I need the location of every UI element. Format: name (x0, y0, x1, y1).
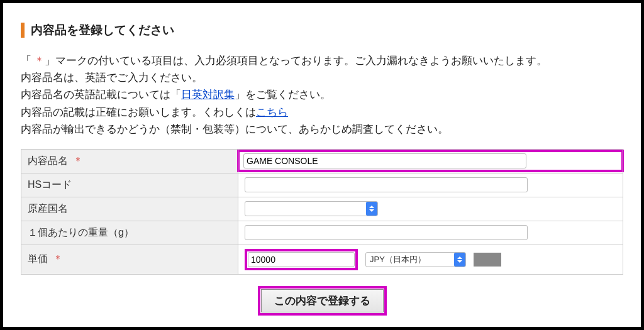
content-area: 内容品を登録してください 「＊」マークの付いている項目は、入力必須項目となってお… (3, 3, 641, 328)
page-title: 内容品を登録してください (31, 22, 174, 38)
currency-selected-value: JPY（日本円） (370, 254, 426, 265)
chevron-updown-icon (366, 202, 377, 216)
required-mark: ＊ (73, 155, 83, 166)
label-weight: １個あたりの重量（g） (21, 221, 238, 245)
details-link[interactable]: こちら (256, 106, 288, 118)
hs-code-input[interactable] (245, 177, 528, 192)
intro-line-4: 内容品の記載は正確にお願いします。くわしくはこちら (21, 104, 623, 121)
label-price: 単価 ＊ (21, 245, 238, 274)
intro-line-1: 「＊」マークの付いている項目は、入力必須項目となっております。ご入力漏れなきよう… (21, 52, 623, 69)
intro-line-5: 内容品が輸出できるかどうか（禁制・包装等）について、あらかじめ調査してください。 (21, 121, 623, 138)
highlight-price (245, 249, 358, 270)
price-input[interactable] (248, 252, 355, 267)
page-title-row: 内容品を登録してください (21, 22, 623, 38)
row-item-name: 内容品名 ＊ (21, 149, 623, 173)
intro-line-2: 内容品名は、英語でご入力ください。 (21, 69, 623, 86)
required-star-sample: ＊ (34, 55, 45, 67)
gray-box-icon (474, 253, 501, 267)
title-accent-bar (21, 23, 25, 38)
origin-select[interactable] (245, 201, 378, 216)
weight-input[interactable] (245, 225, 528, 240)
label-origin: 原産国名 (21, 197, 238, 221)
label-item-name: 内容品名 ＊ (21, 149, 238, 173)
highlight-submit: この内容で登録する (258, 286, 387, 316)
row-origin: 原産国名 (21, 197, 623, 221)
row-hs-code: HSコード (21, 173, 623, 197)
highlight-item-name (237, 150, 624, 172)
item-name-input[interactable] (243, 153, 526, 168)
chevron-updown-icon (454, 253, 465, 267)
required-mark: ＊ (53, 253, 63, 264)
intro-line-3: 内容品名の英語記載については「日英対訳集」をご覧ください。 (21, 86, 623, 103)
currency-select[interactable]: JPY（日本円） (365, 252, 466, 267)
form-table: 内容品名 ＊ HSコード 原産国名 (21, 149, 623, 275)
translation-guide-link[interactable]: 日英対訳集 (181, 89, 235, 101)
intro-text: 「＊」マークの付いている項目は、入力必須項目となっております。ご入力漏れなきよう… (21, 52, 623, 138)
label-hs-code: HSコード (21, 173, 238, 197)
submit-row: この内容で登録する (21, 286, 623, 316)
row-price: 単価 ＊ JPY（日本円） (21, 245, 623, 274)
row-weight: １個あたりの重量（g） (21, 221, 623, 245)
app-frame: 内容品を登録してください 「＊」マークの付いている項目は、入力必須項目となってお… (0, 0, 644, 330)
submit-button[interactable]: この内容で登録する (261, 289, 384, 312)
